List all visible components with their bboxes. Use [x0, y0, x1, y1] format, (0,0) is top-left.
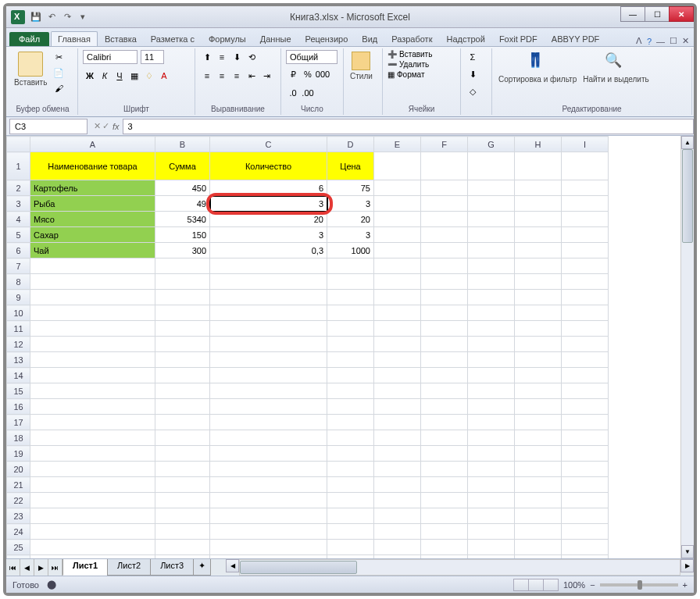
cell[interactable]: 3 — [327, 227, 374, 243]
cell[interactable] — [210, 446, 327, 462]
cell[interactable] — [327, 446, 374, 462]
cell[interactable] — [562, 274, 609, 290]
cell[interactable] — [562, 446, 609, 462]
cell[interactable] — [515, 305, 562, 321]
cell[interactable] — [468, 415, 515, 430]
fill-icon[interactable]: ⬇ — [466, 67, 480, 81]
cell[interactable] — [421, 321, 468, 337]
scroll-right-icon[interactable]: ▶ — [680, 559, 694, 572]
cell[interactable] — [468, 227, 515, 243]
cell[interactable] — [421, 430, 468, 446]
cell[interactable] — [210, 352, 327, 368]
cell[interactable] — [468, 212, 515, 227]
cell[interactable] — [374, 383, 421, 399]
scroll-track[interactable] — [681, 149, 694, 545]
styles-button[interactable]: Стили — [348, 50, 374, 82]
underline-button[interactable]: Ч — [112, 69, 127, 83]
cell[interactable] — [515, 290, 562, 305]
cell[interactable] — [421, 415, 468, 430]
save-icon[interactable]: 💾 — [30, 11, 42, 23]
cell[interactable] — [374, 540, 421, 555]
cell[interactable] — [562, 352, 609, 368]
font-size-combo[interactable]: 11 — [141, 50, 164, 64]
cell[interactable]: 20 — [210, 212, 327, 227]
cell[interactable] — [374, 415, 421, 430]
cell[interactable]: Цена — [327, 152, 374, 180]
row-header[interactable]: 10 — [7, 305, 30, 321]
cell[interactable] — [210, 337, 327, 352]
cell[interactable] — [30, 274, 155, 290]
name-box[interactable]: C3 — [9, 119, 88, 134]
doc-minimize-icon[interactable]: — — [656, 37, 665, 46]
view-page-layout-button[interactable] — [528, 579, 544, 591]
tab-addins[interactable]: Надстрой — [439, 31, 491, 46]
sheet-tab[interactable]: Лист3 — [150, 559, 194, 576]
cell[interactable] — [374, 212, 421, 227]
row-header[interactable]: 6 — [7, 243, 30, 258]
zoom-in-button[interactable]: + — [683, 580, 688, 590]
cell[interactable] — [562, 415, 609, 430]
sort-filter-button[interactable]: 👖 Сортировка и фильтр — [497, 50, 578, 85]
decrease-decimal-icon[interactable]: .00 — [301, 86, 315, 100]
tab-data[interactable]: Данные — [253, 31, 298, 46]
column-header[interactable]: G — [468, 137, 515, 152]
formula-input[interactable]: 3 — [123, 119, 694, 134]
scroll-left-icon[interactable]: ◀ — [226, 559, 239, 572]
cell[interactable] — [421, 305, 468, 321]
cell[interactable] — [515, 555, 562, 559]
cell[interactable] — [210, 508, 327, 524]
cell[interactable] — [210, 415, 327, 430]
cell[interactable] — [421, 477, 468, 493]
cell[interactable] — [374, 196, 421, 212]
cell[interactable] — [327, 383, 374, 399]
tab-nav-prev-icon[interactable]: ◀ — [20, 559, 34, 576]
zoom-slider[interactable] — [600, 583, 678, 587]
cell[interactable] — [468, 290, 515, 305]
cancel-formula-icon[interactable]: ✕ — [94, 121, 101, 131]
cell[interactable] — [515, 180, 562, 196]
cell[interactable] — [468, 399, 515, 415]
comma-icon[interactable]: 000 — [316, 67, 330, 81]
currency-icon[interactable]: ₽ — [286, 67, 300, 81]
cell[interactable] — [374, 258, 421, 274]
row-header[interactable]: 26 — [7, 555, 30, 559]
cell[interactable] — [210, 399, 327, 415]
cell[interactable] — [515, 524, 562, 540]
cell[interactable]: Сахар — [30, 227, 155, 243]
scroll-down-icon[interactable]: ▼ — [681, 545, 694, 558]
cell[interactable] — [468, 196, 515, 212]
cell[interactable] — [155, 321, 210, 337]
row-header[interactable]: 25 — [7, 540, 30, 555]
row-header[interactable]: 13 — [7, 352, 30, 368]
view-page-break-button[interactable] — [543, 579, 559, 591]
doc-close-icon[interactable]: ✕ — [682, 36, 689, 46]
cell[interactable] — [562, 477, 609, 493]
row-header[interactable]: 17 — [7, 415, 30, 430]
cell[interactable] — [468, 352, 515, 368]
cell[interactable] — [562, 430, 609, 446]
sheet-tab[interactable]: Лист1 — [62, 559, 108, 576]
cell[interactable] — [515, 430, 562, 446]
cell[interactable] — [421, 180, 468, 196]
macro-record-icon[interactable]: ⬤ — [47, 579, 56, 590]
close-button[interactable]: ✕ — [669, 6, 694, 22]
cell[interactable] — [468, 368, 515, 383]
cell[interactable] — [374, 274, 421, 290]
cell[interactable] — [562, 196, 609, 212]
cell[interactable] — [30, 415, 155, 430]
cell[interactable] — [374, 399, 421, 415]
cell[interactable] — [468, 555, 515, 559]
cell[interactable] — [155, 305, 210, 321]
row-header[interactable]: 7 — [7, 258, 30, 274]
hscroll-track[interactable] — [239, 559, 680, 576]
cell[interactable] — [30, 352, 155, 368]
cell[interactable] — [155, 258, 210, 274]
indent-dec-icon[interactable]: ⇤ — [245, 69, 259, 83]
tab-abbyy[interactable]: ABBYY PDF — [545, 31, 607, 46]
align-right-icon[interactable]: ≡ — [230, 69, 244, 83]
cell[interactable] — [30, 399, 155, 415]
cell[interactable] — [30, 540, 155, 555]
cell[interactable] — [327, 493, 374, 508]
bold-button[interactable]: Ж — [83, 69, 97, 83]
cell-selected[interactable]: 3 — [210, 196, 327, 212]
